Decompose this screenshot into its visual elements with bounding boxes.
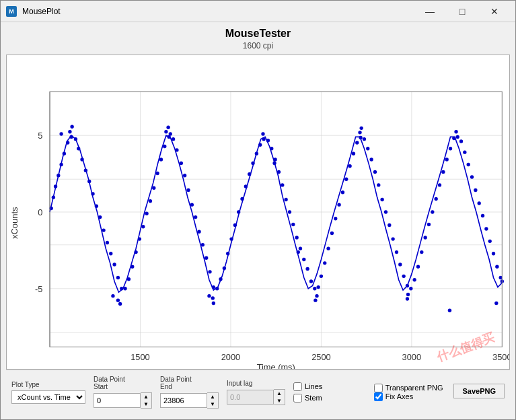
data-point-start-up[interactable]: ▲ (141, 393, 151, 400)
data-point-end-input[interactable] (160, 393, 207, 408)
svg-point-90 (251, 162, 254, 165)
window-title: MousePlot (22, 7, 414, 16)
svg-point-123 (359, 136, 362, 139)
svg-point-85 (233, 223, 237, 227)
svg-point-79 (219, 277, 222, 281)
svg-point-98 (281, 183, 284, 186)
svg-point-124 (363, 137, 366, 141)
svg-point-38 (91, 192, 94, 195)
svg-point-50 (127, 277, 131, 281)
svg-point-33 (74, 137, 77, 141)
fix-axes-checkbox[interactable] (374, 392, 383, 401)
svg-point-88 (244, 184, 248, 188)
svg-point-43 (102, 228, 105, 232)
svg-point-100 (288, 210, 291, 213)
svg-point-91 (255, 152, 258, 155)
data-point-end-spinbox: ▲ ▼ (160, 392, 219, 409)
svg-point-129 (377, 183, 380, 186)
svg-point-35 (80, 158, 83, 161)
transparent-png-label[interactable]: Transparent PNG (374, 384, 443, 392)
svg-point-59 (152, 186, 155, 190)
data-point-start-input[interactable] (94, 393, 141, 408)
data-point-end-down[interactable]: ▼ (207, 400, 218, 408)
svg-point-31 (66, 141, 69, 144)
svg-point-162 (492, 252, 495, 255)
data-point-start-group: Data PointStart ▲ ▼ (94, 376, 152, 409)
svg-point-93 (262, 137, 265, 141)
svg-point-160 (484, 227, 488, 230)
chart-subtitle: 1600 cpi (6, 41, 510, 50)
save-png-button[interactable]: SavePNG (453, 384, 505, 398)
transparent-png-group: Transparent PNG Fix Axes (374, 384, 443, 401)
input-lag-up[interactable]: ▲ (274, 390, 285, 397)
svg-point-118 (341, 190, 344, 194)
fix-axes-label[interactable]: Fix Axes (374, 392, 443, 401)
checkbox-group: Lines Stem (293, 382, 322, 403)
svg-point-27 (54, 184, 57, 188)
svg-point-143 (423, 236, 427, 239)
fix-axes-text: Fix Axes (385, 392, 414, 400)
svg-point-46 (112, 262, 116, 266)
svg-point-101 (291, 223, 295, 226)
svg-point-106 (297, 250, 300, 254)
maximize-button[interactable]: □ (447, 1, 478, 22)
svg-point-62 (163, 145, 166, 148)
svg-point-130 (380, 198, 383, 201)
svg-point-92 (258, 143, 262, 147)
svg-point-126 (369, 158, 373, 161)
input-lag-input[interactable] (227, 390, 274, 405)
svg-point-56 (141, 225, 145, 228)
main-window: M MousePlot — □ ✕ MouseTester 1600 cpi (0, 0, 516, 420)
svg-point-135 (398, 262, 402, 266)
svg-point-155 (467, 163, 470, 166)
close-button[interactable]: ✕ (479, 1, 510, 22)
svg-point-53 (116, 298, 120, 302)
minimize-button[interactable]: — (414, 1, 445, 22)
stem-checkbox[interactable] (293, 394, 302, 403)
svg-point-36 (84, 169, 87, 172)
svg-point-158 (478, 201, 481, 205)
svg-point-72 (194, 215, 197, 219)
lines-checkbox-label[interactable]: Lines (293, 382, 322, 391)
svg-text:1500: 1500 (131, 352, 149, 362)
svg-point-149 (445, 158, 448, 161)
svg-point-87 (240, 197, 244, 201)
svg-point-131 (384, 210, 388, 213)
data-point-start-spinner: ▲ ▼ (141, 392, 152, 409)
svg-point-54 (111, 294, 114, 298)
svg-point-37 (87, 180, 91, 183)
svg-point-117 (337, 203, 340, 206)
svg-point-107 (305, 267, 309, 271)
svg-point-113 (326, 246, 330, 250)
svg-point-41 (59, 132, 63, 135)
input-lag-spinbox: ▲ ▼ (227, 389, 285, 405)
svg-point-103 (299, 246, 302, 250)
svg-point-137 (406, 284, 409, 287)
svg-point-34 (77, 147, 80, 150)
svg-point-75 (205, 256, 208, 260)
svg-point-68 (180, 162, 183, 165)
stem-checkbox-label[interactable]: Stem (293, 394, 322, 403)
data-point-start-down[interactable]: ▼ (141, 400, 151, 408)
svg-point-69 (183, 174, 186, 177)
data-point-end-up[interactable]: ▲ (207, 393, 218, 400)
svg-text:2500: 2500 (311, 352, 330, 362)
transparent-png-text: Transparent PNG (385, 384, 443, 392)
titlebar: M MousePlot — □ ✕ (1, 1, 515, 22)
input-lag-group: Input lag ▲ ▼ (227, 380, 285, 405)
transparent-png-checkbox[interactable] (374, 384, 383, 392)
svg-point-26 (52, 196, 55, 199)
svg-point-111 (320, 275, 323, 278)
svg-point-153 (459, 139, 463, 143)
svg-point-64 (172, 137, 175, 141)
svg-point-99 (284, 198, 287, 201)
input-lag-down[interactable]: ▼ (274, 397, 285, 405)
plot-type-select[interactable]: xCount vs. Time (11, 390, 85, 404)
svg-point-105 (272, 162, 276, 165)
app-icon: M (6, 6, 17, 17)
svg-point-171 (261, 132, 264, 135)
svg-point-163 (495, 265, 499, 269)
svg-point-174 (406, 297, 409, 300)
input-lag-spinner: ▲ ▼ (274, 389, 285, 405)
lines-checkbox[interactable] (293, 382, 302, 391)
